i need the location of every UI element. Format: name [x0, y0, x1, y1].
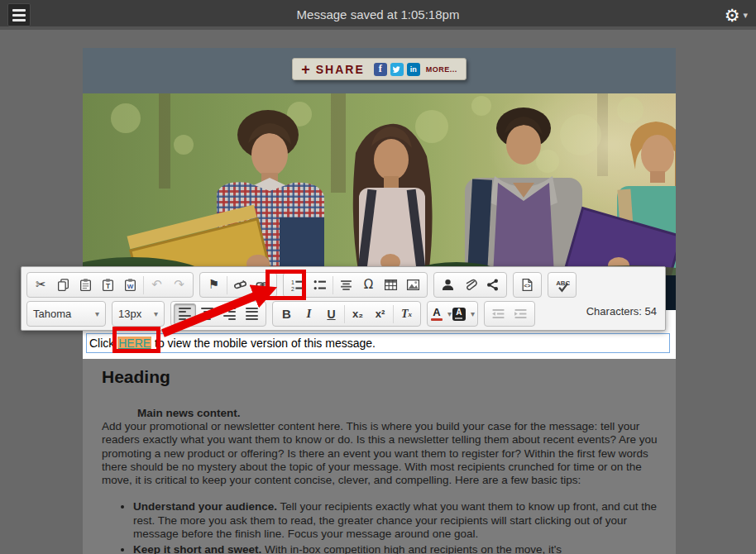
list-item: Understand your audience. Tell your reci… — [133, 500, 658, 541]
paste-from-word-button[interactable]: W — [119, 275, 141, 296]
bold-button[interactable]: B — [275, 303, 298, 325]
align-justify-icon — [246, 305, 258, 322]
insert-image-button[interactable] — [402, 275, 424, 296]
background-color-button[interactable]: A ▾ — [452, 303, 475, 325]
paperclip-icon — [463, 278, 477, 292]
linkedin-share-button[interactable]: in — [407, 63, 420, 76]
here-link[interactable]: HERE — [117, 337, 151, 350]
text-color-button[interactable]: A ▾ — [430, 303, 452, 325]
subscript-button[interactable]: x₂ — [347, 303, 369, 325]
share-network-icon — [486, 278, 500, 292]
align-justify-button[interactable] — [241, 303, 263, 325]
font-size-dropdown[interactable]: 13px ▾ — [112, 301, 165, 327]
paste-plain-text-button[interactable]: T — [97, 275, 119, 296]
link-icon — [256, 278, 270, 292]
twitter-bird-icon — [392, 64, 402, 74]
copy-icon — [56, 278, 70, 292]
share-content-button[interactable] — [481, 275, 504, 296]
horizontal-rule-icon — [339, 278, 353, 292]
spellcheck-button[interactable]: ABC — [551, 275, 573, 296]
image-icon — [406, 278, 420, 292]
insert-table-button[interactable] — [380, 275, 402, 296]
cut-button[interactable]: ✂ — [30, 275, 52, 296]
paste-button[interactable] — [74, 275, 97, 296]
ordered-list-icon: 12 — [290, 278, 304, 292]
link-button[interactable] — [251, 275, 274, 296]
unlink-button[interactable] — [229, 275, 251, 296]
bullet-list-icon — [313, 278, 327, 292]
table-icon — [384, 278, 398, 292]
decrease-indent-button[interactable] — [487, 303, 510, 325]
intro-paragraph: Add your promotional or newsletter conte… — [102, 420, 658, 487]
facebook-icon: f — [379, 63, 382, 75]
special-character-button[interactable]: Ω — [357, 275, 380, 296]
svg-text:ABC: ABC — [556, 279, 570, 287]
svg-text:W: W — [127, 283, 134, 290]
share-label: SHARE — [316, 63, 365, 76]
redo-icon: ↷ — [174, 279, 184, 291]
background-color-icon: A — [452, 308, 466, 321]
align-right-icon — [223, 305, 236, 322]
attachment-button[interactable] — [459, 275, 481, 296]
paste-word-icon: W — [123, 278, 137, 292]
font-family-value: Tahoma — [33, 308, 71, 320]
intro-title: Main news content. — [137, 407, 658, 419]
source-icon: <> — [520, 278, 534, 292]
chevron-down-icon: ▾ — [447, 309, 452, 318]
chevron-down-icon: ▾ — [154, 309, 158, 318]
plus-icon: + — [301, 62, 310, 77]
gear-icon: ⚙ — [725, 7, 740, 24]
list-item: Keep it short and sweet. With in-box com… — [133, 543, 658, 554]
copy-button[interactable] — [52, 275, 74, 296]
app-window: Message saved at 1:05:18pm ⚙ ▾ + SHARE f… — [0, 0, 756, 554]
insert-contact-button[interactable] — [437, 275, 459, 296]
svg-text:<>: <> — [524, 283, 530, 289]
character-count: Characters: 54 — [586, 305, 657, 318]
email-header-band: + SHARE f in MORE... — [83, 48, 676, 93]
share-widget[interactable]: + SHARE f in MORE... — [292, 58, 467, 80]
hero-image — [83, 93, 676, 275]
toolbar-row-1: ✂ T W ↶ ↷ ⚑ — [26, 270, 660, 299]
align-right-button[interactable] — [218, 303, 241, 325]
email-heading: Heading — [102, 367, 658, 387]
superscript-button[interactable]: x² — [369, 303, 391, 325]
facebook-share-button[interactable]: f — [374, 63, 387, 76]
chevron-down-icon: ▾ — [95, 309, 99, 318]
flag-icon: ⚑ — [208, 279, 219, 291]
linkedin-icon: in — [410, 65, 417, 74]
paste-icon — [79, 278, 93, 292]
ordered-list-button[interactable]: 12 — [286, 275, 309, 296]
font-family-dropdown[interactable]: Tahoma ▾ — [26, 301, 106, 327]
share-more-link[interactable]: MORE... — [426, 65, 457, 74]
italic-button[interactable]: I — [298, 303, 320, 325]
person-icon — [441, 278, 455, 292]
twitter-share-button[interactable] — [390, 63, 404, 76]
redo-button[interactable]: ↷ — [168, 275, 190, 296]
source-code-button[interactable]: <> — [516, 275, 538, 296]
editor-toolbar: ✂ T W ↶ ↷ ⚑ — [21, 266, 666, 331]
unlink-icon — [233, 278, 247, 292]
email-body: Heading Main news content. Add your prom… — [83, 359, 676, 554]
field-text-prefix: Click — [89, 337, 117, 350]
anchor-flag-button[interactable]: ⚑ — [203, 275, 225, 296]
undo-button[interactable]: ↶ — [146, 275, 168, 296]
bullet-list-button[interactable] — [309, 275, 331, 296]
horizontal-rule-button[interactable] — [335, 275, 357, 296]
underline-button[interactable]: U — [320, 303, 342, 325]
settings-menu-button[interactable]: ⚙ ▾ — [725, 0, 748, 30]
chevron-down-icon: ▾ — [471, 309, 475, 318]
chevron-down-icon: ▾ — [743, 10, 748, 21]
font-size-value: 13px — [118, 308, 141, 320]
align-left-button[interactable] — [174, 303, 196, 325]
spellcheck-icon: ABC — [555, 278, 570, 293]
align-center-button[interactable] — [196, 303, 218, 325]
mobile-version-text-field[interactable]: Click HERE to view the mobile version of… — [86, 333, 670, 353]
omega-icon: Ω — [364, 279, 373, 291]
svg-text:2: 2 — [291, 286, 294, 292]
indent-icon — [514, 307, 528, 321]
text-color-icon: A — [431, 307, 443, 321]
remove-format-button[interactable]: Tx — [395, 303, 418, 325]
field-text-suffix: to view the mobile version of this messa… — [151, 337, 376, 350]
increase-indent-button[interactable] — [510, 303, 532, 325]
top-bar: Message saved at 1:05:18pm ⚙ ▾ — [0, 0, 756, 30]
